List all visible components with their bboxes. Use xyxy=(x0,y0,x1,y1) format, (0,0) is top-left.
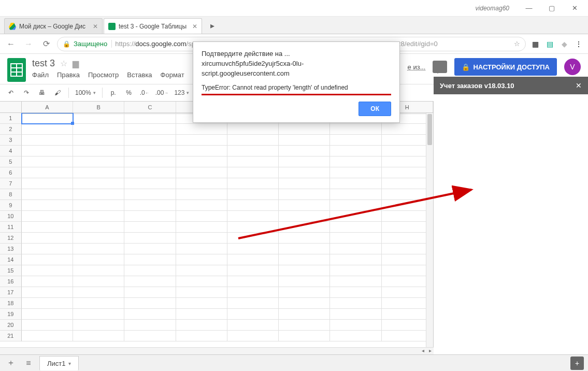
cell[interactable] xyxy=(176,167,227,178)
cell[interactable] xyxy=(176,320,227,331)
cell[interactable] xyxy=(22,156,73,167)
cell[interactable] xyxy=(22,244,73,254)
cell[interactable] xyxy=(279,189,330,200)
cell[interactable] xyxy=(279,200,330,211)
cell[interactable] xyxy=(124,254,176,265)
cell[interactable] xyxy=(124,287,176,298)
cell[interactable] xyxy=(330,135,381,146)
grid-body[interactable]: 123456789101112131415161718192021 xyxy=(0,113,433,354)
cell[interactable] xyxy=(22,254,73,265)
cell[interactable] xyxy=(22,287,73,298)
sheet-tab-active[interactable]: Лист1 ▾ xyxy=(39,356,79,370)
cell[interactable] xyxy=(176,211,227,222)
bookmark-star-icon[interactable]: ☆ xyxy=(514,40,520,48)
col-header[interactable]: B xyxy=(73,102,124,112)
drive-extension-icon[interactable]: ◆ xyxy=(559,39,569,49)
cell[interactable] xyxy=(124,222,176,233)
window-close-button[interactable]: ✕ xyxy=(563,1,586,16)
cell[interactable] xyxy=(227,156,279,167)
chrome-menu-button[interactable]: ⋮ xyxy=(573,39,584,49)
nav-forward-button[interactable]: → xyxy=(22,37,35,51)
tab-close-icon[interactable]: ✕ xyxy=(93,23,98,30)
cell[interactable] xyxy=(73,309,124,320)
cell[interactable] xyxy=(227,298,279,309)
row-header[interactable]: 3 xyxy=(0,135,22,146)
truncated-menu-text[interactable]: е из... xyxy=(408,63,426,71)
cell[interactable] xyxy=(22,309,73,320)
cell[interactable] xyxy=(73,156,124,167)
cell[interactable] xyxy=(227,254,279,265)
cell[interactable] xyxy=(330,331,381,341)
cell[interactable] xyxy=(330,222,381,233)
cell[interactable] xyxy=(22,146,73,156)
cell[interactable] xyxy=(22,331,73,341)
cell[interactable] xyxy=(22,211,73,222)
row-header[interactable]: 6 xyxy=(0,167,22,178)
cell[interactable] xyxy=(330,124,381,135)
percent-button[interactable]: % xyxy=(122,86,136,99)
all-sheets-button[interactable]: ≡ xyxy=(22,357,35,369)
row-header[interactable]: 1 xyxy=(0,113,22,124)
paint-format-button[interactable]: 🖌 xyxy=(51,86,64,99)
menu-edit[interactable]: Правка xyxy=(57,71,80,79)
cell[interactable] xyxy=(124,244,176,254)
cell[interactable] xyxy=(176,287,227,298)
cell[interactable] xyxy=(176,309,227,320)
cell[interactable] xyxy=(73,276,124,287)
cell[interactable] xyxy=(73,222,124,233)
cell[interactable] xyxy=(330,309,381,320)
cell[interactable] xyxy=(73,287,124,298)
cell[interactable] xyxy=(176,200,227,211)
cell[interactable] xyxy=(124,124,176,135)
cell[interactable] xyxy=(22,320,73,331)
window-minimize-button[interactable]: — xyxy=(518,1,540,16)
cell[interactable] xyxy=(330,298,381,309)
row-header[interactable]: 8 xyxy=(0,189,22,200)
sidebar-close-button[interactable]: ✕ xyxy=(576,81,582,90)
cell[interactable] xyxy=(227,331,279,341)
cell[interactable] xyxy=(176,156,227,167)
cell[interactable] xyxy=(176,146,227,156)
comments-icon[interactable] xyxy=(433,61,447,73)
row-header[interactable]: 2 xyxy=(0,124,22,135)
extension-icon-1[interactable]: ▦ xyxy=(530,39,540,49)
cell[interactable] xyxy=(124,135,176,146)
cell[interactable] xyxy=(22,222,73,233)
nav-back-button[interactable]: ← xyxy=(4,37,18,51)
cell[interactable] xyxy=(330,287,381,298)
cell[interactable] xyxy=(73,233,124,244)
cell[interactable] xyxy=(279,254,330,265)
cell[interactable] xyxy=(176,222,227,233)
cell[interactable] xyxy=(176,178,227,189)
cell[interactable] xyxy=(227,146,279,156)
cell[interactable] xyxy=(227,287,279,298)
cell[interactable] xyxy=(227,233,279,244)
share-button[interactable]: 🔒 НАСТРОЙКИ ДОСТУПА xyxy=(454,58,557,76)
cell[interactable] xyxy=(73,298,124,309)
cell[interactable] xyxy=(279,276,330,287)
cell[interactable] xyxy=(73,254,124,265)
sheets-logo-icon[interactable] xyxy=(7,58,26,82)
cell[interactable] xyxy=(124,298,176,309)
cell[interactable] xyxy=(227,135,279,146)
increase-decimal-button[interactable]: .00→ xyxy=(153,86,170,99)
row-header[interactable]: 17 xyxy=(0,287,22,298)
cell[interactable] xyxy=(124,265,176,276)
row-header[interactable]: 21 xyxy=(0,331,22,341)
cell[interactable] xyxy=(330,244,381,254)
cell[interactable] xyxy=(330,156,381,167)
cell[interactable] xyxy=(22,124,73,135)
account-avatar[interactable]: V xyxy=(564,59,581,75)
cell[interactable] xyxy=(330,200,381,211)
cell[interactable] xyxy=(330,146,381,156)
cell[interactable] xyxy=(73,167,124,178)
cell[interactable] xyxy=(22,200,73,211)
cell[interactable] xyxy=(227,178,279,189)
redo-button[interactable]: ↷ xyxy=(20,86,33,99)
cell[interactable] xyxy=(279,135,330,146)
row-header[interactable]: 5 xyxy=(0,156,22,167)
scroll-left-icon[interactable]: ◂ xyxy=(419,348,426,354)
row-header[interactable]: 19 xyxy=(0,309,22,320)
cell[interactable] xyxy=(176,135,227,146)
cell[interactable] xyxy=(73,189,124,200)
